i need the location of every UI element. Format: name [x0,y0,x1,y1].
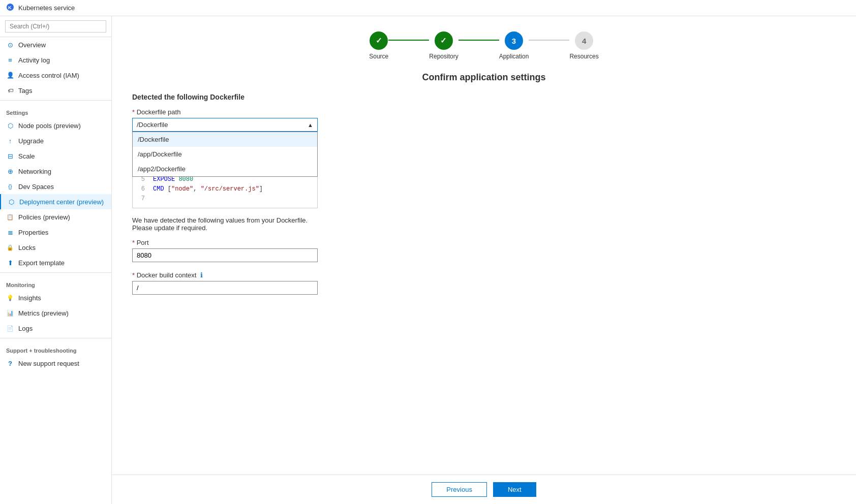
iam-icon [6,71,14,79]
checkmark-repository: ✓ [440,36,447,45]
chevron-up-icon: ▲ [308,122,313,128]
divider-support [0,338,111,338]
scale-icon [6,152,14,160]
tags-icon [6,86,14,94]
sidebar-item-export-template[interactable]: Export template [0,255,111,270]
sidebar-item-networking[interactable]: Networking [0,164,111,179]
line-num-7: 7 [139,194,145,204]
main-area: ✓ Source ✓ Repository 3 [112,16,856,504]
detected-dockerfile-title: Detected the following Dockerfile [132,93,836,101]
step-label-repository: Repository [429,53,458,60]
insights-icon [6,294,14,302]
wizard-step-repository: ✓ Repository [429,32,458,60]
devspaces-icon [6,182,14,191]
sidebar-item-upgrade[interactable]: Upgrade [0,133,111,148]
previous-button[interactable]: Previous [432,482,487,497]
wizard-step-resources: 4 Resources [569,32,598,60]
sidebar-item-properties[interactable]: Properties [0,225,111,240]
overview-icon [6,41,14,49]
docker-context-field: * Docker build context ℹ [132,271,836,295]
kubernetes-icon: K [6,3,14,13]
sidebar-item-metrics[interactable]: Metrics (preview) [0,305,111,321]
sidebar-item-node-pools[interactable]: Node pools (preview) [0,118,111,133]
dropdown-option-1[interactable]: /app/Dockerfile [133,147,317,162]
policies-icon [6,213,14,221]
sidebar-item-locks[interactable]: Locks [0,240,111,255]
monitoring-section-label: Monitoring [0,275,111,290]
top-bar-title: Kubernetes service [18,4,75,12]
search-input[interactable] [5,20,106,33]
step-label-application: Application [499,53,529,60]
info-icon: ℹ [200,271,203,279]
wizard-steps: ✓ Source ✓ Repository 3 [132,32,836,60]
svg-text:K: K [8,5,12,10]
dropdown-option-2[interactable]: /app2/Dockerfile [133,162,317,176]
required-star: * [132,108,135,116]
sidebar-item-dev-spaces[interactable]: Dev Spaces [0,179,111,194]
next-button[interactable]: Next [493,482,536,497]
sidebar-item-new-support[interactable]: New support request [0,356,111,371]
properties-icon [6,228,14,236]
step-circle-repository: ✓ [435,32,453,50]
dockerfile-path-value: /Dockerfile [137,121,168,129]
port-label: * Port [132,239,836,246]
dockerfile-dropdown-menu: /Dockerfile /app/Dockerfile /app2/Docker… [132,132,318,177]
divider-settings [0,100,111,101]
deployment-icon [7,198,15,206]
connector-3-4 [529,40,569,41]
support-section-label: Support + troubleshooting [0,340,111,356]
step-number-application: 3 [512,37,516,45]
export-icon [6,259,14,267]
upgrade-icon [6,137,14,145]
dropdown-option-0[interactable]: /Dockerfile [133,132,317,147]
networking-icon [6,167,14,175]
nodepools-icon [6,121,14,130]
sidebar: Overview Activity log Access control (IA… [0,16,112,504]
step-circle-resources: 4 [575,32,593,50]
code-line-7: 7 [139,194,311,204]
metrics-icon [6,309,14,317]
sidebar-item-scale[interactable]: Scale [0,148,111,164]
logs-icon [6,324,14,332]
required-star-docker: * [132,271,137,279]
port-input[interactable] [132,248,318,262]
step-number-resources: 4 [582,37,586,45]
sidebar-item-deployment-center[interactable]: Deployment center (preview) [0,194,111,209]
sidebar-item-logs[interactable]: Logs [0,321,111,336]
sidebar-item-policies[interactable]: Policies (preview) [0,209,111,225]
locks-icon [6,243,14,251]
support-icon [6,359,14,367]
port-field: * Port [132,239,836,262]
bottom-bar: Previous Next [112,475,856,504]
step-label-source: Source [369,53,388,60]
line-num-6: 6 [139,184,145,194]
code-line-6: 6 CMD ["node", "/src/server.js"] [139,184,311,194]
detected-values-text: We have detected the following values fr… [132,216,318,232]
dockerfile-path-field: * Dockerfile path /Dockerfile ▲ /Dockerf… [132,108,836,132]
step-circle-application: 3 [505,32,523,50]
step-label-resources: Resources [569,53,598,60]
activity-log-icon [6,56,14,64]
search-container [0,16,111,37]
sidebar-item-insights[interactable]: Insights [0,290,111,305]
sidebar-item-tags[interactable]: Tags [0,83,111,98]
sidebar-item-access-control[interactable]: Access control (IAM) [0,68,111,83]
connector-1-2 [388,40,429,41]
divider-monitoring [0,272,111,273]
checkmark-source: ✓ [376,36,382,45]
main-content: ✓ Source ✓ Repository 3 [112,16,856,475]
sidebar-item-overview[interactable]: Overview [0,37,111,52]
form-title: Confirm application settings [132,72,836,83]
docker-context-label: * Docker build context ℹ [132,271,836,279]
dockerfile-path-dropdown: /Dockerfile ▲ /Dockerfile /app/Dockerfil… [132,118,318,132]
wizard-step-application: 3 Application [499,32,529,60]
step-circle-source: ✓ [370,32,388,50]
dockerfile-path-input[interactable]: /Dockerfile ▲ [132,118,318,132]
settings-section-label: Settings [0,103,111,118]
docker-context-input[interactable] [132,281,318,295]
dockerfile-path-label: * Dockerfile path [132,108,836,116]
required-star-port: * [132,239,137,246]
wizard-step-source: ✓ Source [369,32,388,60]
sidebar-item-activity-log[interactable]: Activity log [0,52,111,68]
top-bar: K Kubernetes service [0,0,856,16]
